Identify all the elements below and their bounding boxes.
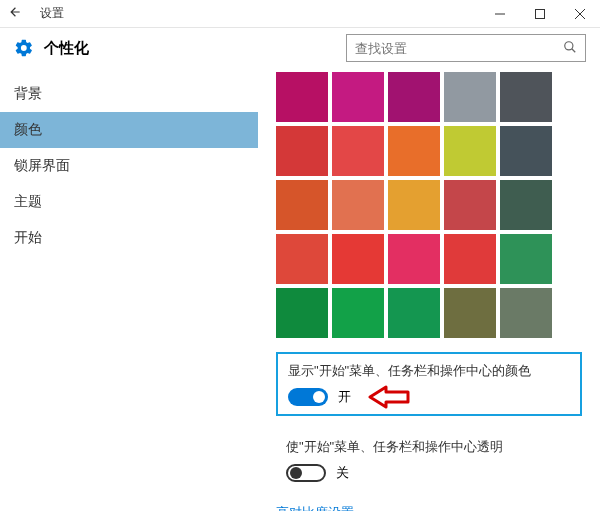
sidebar-item-start[interactable]: 开始 <box>0 220 258 256</box>
sidebar-item-background[interactable]: 背景 <box>0 76 258 112</box>
annotation-arrow-icon <box>368 384 412 414</box>
page-title: 个性化 <box>44 39 89 58</box>
color-swatch[interactable] <box>276 288 328 338</box>
minimize-button[interactable] <box>480 0 520 28</box>
title-bar: 设置 <box>0 0 600 28</box>
search-field[interactable] <box>355 41 563 56</box>
sidebar-item-label: 开始 <box>14 229 42 247</box>
high-contrast-link[interactable]: 高对比度设置 <box>276 504 582 511</box>
back-button[interactable] <box>8 5 32 22</box>
color-swatch[interactable] <box>332 234 384 284</box>
main-content: 显示"开始"菜单、任务栏和操作中心的颜色 开 使"开始"菜单、任务栏和操作中心透… <box>258 68 600 511</box>
search-icon <box>563 40 577 57</box>
color-swatch[interactable] <box>444 72 496 122</box>
toggle-state: 关 <box>336 464 349 482</box>
sidebar-item-label: 主题 <box>14 193 42 211</box>
option-label: 显示"开始"菜单、任务栏和操作中心的颜色 <box>288 362 570 380</box>
toggle-state: 开 <box>338 388 351 406</box>
gear-icon <box>14 38 34 58</box>
color-palette <box>276 72 582 338</box>
svg-line-5 <box>572 48 576 52</box>
search-input[interactable] <box>346 34 586 62</box>
color-swatch[interactable] <box>332 72 384 122</box>
close-button[interactable] <box>560 0 600 28</box>
header: 个性化 <box>0 28 600 68</box>
color-swatch[interactable] <box>388 180 440 230</box>
option-show-color: 显示"开始"菜单、任务栏和操作中心的颜色 开 <box>276 352 582 416</box>
color-swatch[interactable] <box>276 72 328 122</box>
toggle-show-color[interactable] <box>288 388 328 406</box>
maximize-button[interactable] <box>520 0 560 28</box>
color-swatch[interactable] <box>500 72 552 122</box>
sidebar-item-label: 颜色 <box>14 121 42 139</box>
color-swatch[interactable] <box>444 126 496 176</box>
svg-rect-1 <box>536 10 545 19</box>
color-swatch[interactable] <box>500 234 552 284</box>
color-swatch[interactable] <box>388 126 440 176</box>
color-swatch[interactable] <box>500 288 552 338</box>
color-swatch[interactable] <box>332 288 384 338</box>
sidebar-item-label: 锁屏界面 <box>14 157 70 175</box>
toggle-transparency[interactable] <box>286 464 326 482</box>
color-swatch[interactable] <box>500 180 552 230</box>
color-swatch[interactable] <box>444 180 496 230</box>
sidebar-item-themes[interactable]: 主题 <box>0 184 258 220</box>
sidebar-item-colors[interactable]: 颜色 <box>0 112 258 148</box>
option-label: 使"开始"菜单、任务栏和操作中心透明 <box>286 438 572 456</box>
color-swatch[interactable] <box>388 288 440 338</box>
svg-point-4 <box>565 41 573 49</box>
color-swatch[interactable] <box>332 180 384 230</box>
svg-marker-6 <box>370 387 408 407</box>
color-swatch[interactable] <box>276 234 328 284</box>
sidebar-item-lockscreen[interactable]: 锁屏界面 <box>0 148 258 184</box>
color-swatch[interactable] <box>388 72 440 122</box>
sidebar: 背景 颜色 锁屏界面 主题 开始 <box>0 68 258 511</box>
sidebar-item-label: 背景 <box>14 85 42 103</box>
option-transparency: 使"开始"菜单、任务栏和操作中心透明 关 <box>276 430 582 490</box>
color-swatch[interactable] <box>276 126 328 176</box>
window-title: 设置 <box>40 5 64 22</box>
color-swatch[interactable] <box>332 126 384 176</box>
color-swatch[interactable] <box>276 180 328 230</box>
color-swatch[interactable] <box>444 234 496 284</box>
color-swatch[interactable] <box>444 288 496 338</box>
color-swatch[interactable] <box>500 126 552 176</box>
color-swatch[interactable] <box>388 234 440 284</box>
